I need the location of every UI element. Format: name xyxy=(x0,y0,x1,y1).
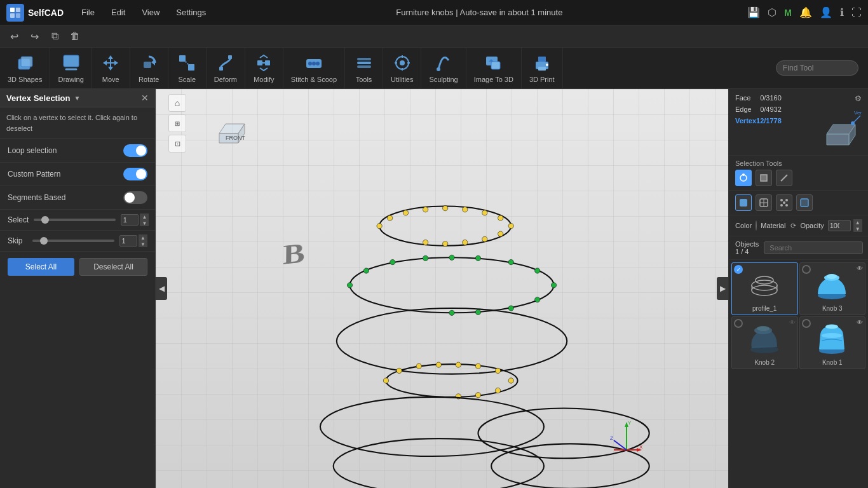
sel-face-icon[interactable] xyxy=(756,170,772,186)
panel-description: Click on a vertex to select it. Click ag… xyxy=(0,107,155,139)
select-stepper[interactable]: ▲ ▼ xyxy=(140,214,149,226)
select-up[interactable]: ▲ xyxy=(140,214,149,220)
objects-header: Objects 1 / 4 ⚙ xyxy=(729,236,868,260)
tool-sculpting[interactable]: Sculpting xyxy=(421,48,466,88)
object-name-knob2: Knob 2 xyxy=(754,359,775,366)
save-icon[interactable]: 💾 xyxy=(747,6,760,18)
svg-point-70 xyxy=(475,309,480,315)
select-all-button[interactable]: Select All xyxy=(8,258,74,276)
svg-point-50 xyxy=(482,210,487,215)
delete-button[interactable]: 🗑 xyxy=(66,27,84,45)
skip-value-input[interactable] xyxy=(119,235,137,247)
object-item-knob1[interactable]: 👁 Knob 1 xyxy=(799,316,866,369)
custom-pattern-toggle[interactable] xyxy=(123,168,147,180)
skip-stepper[interactable]: ▲ ▼ xyxy=(139,234,147,247)
m-icon[interactable]: M xyxy=(784,8,792,18)
object-name-knob3: Knob 3 xyxy=(822,305,843,312)
view-solid-icon[interactable] xyxy=(735,194,752,211)
skip-down[interactable]: ▼ xyxy=(139,241,147,247)
vertex-label: Vertex xyxy=(735,117,756,125)
share-icon[interactable]: ⬡ xyxy=(768,6,776,18)
tool-utilities[interactable]: Utilities xyxy=(383,48,421,88)
duplicate-button[interactable]: ⧉ xyxy=(46,27,64,45)
home-view-button[interactable]: ⌂ xyxy=(168,94,186,112)
sculpting-icon xyxy=(433,53,454,73)
tool-tools[interactable]: Tools xyxy=(345,48,383,88)
undo-button[interactable]: ↩ xyxy=(5,27,23,45)
view-xray-icon[interactable] xyxy=(796,194,813,211)
tool-modify[interactable]: Modify xyxy=(245,48,283,88)
opacity-down[interactable]: ▼ xyxy=(853,226,862,232)
svg-rect-5 xyxy=(21,57,32,67)
sel-vertex-icon[interactable] xyxy=(735,170,752,186)
tool-stitch-scoop[interactable]: Stitch & Scoop xyxy=(283,48,345,88)
select-slider[interactable] xyxy=(34,219,116,221)
find-tool-input[interactable] xyxy=(776,60,858,76)
menu-view[interactable]: View xyxy=(137,5,165,20)
deform-icon xyxy=(215,53,236,73)
opacity-stepper[interactable]: ▲ ▼ xyxy=(853,219,862,232)
object-item-profile1[interactable]: ✓ profile_1 xyxy=(731,262,798,315)
opacity-input[interactable] xyxy=(828,220,851,231)
panel-close-button[interactable]: ✕ xyxy=(141,93,149,103)
object-eye-knob3[interactable]: 👁 xyxy=(857,265,863,272)
right-panel-settings-icon[interactable]: ⚙ xyxy=(855,94,862,103)
tools-icon xyxy=(354,53,374,73)
tool-image-to-3d[interactable]: Image To 3D xyxy=(466,48,522,88)
svg-point-69 xyxy=(508,306,513,311)
object-eye-knob2[interactable]: 👁 xyxy=(789,319,796,326)
color-swatch[interactable] xyxy=(756,220,757,231)
material-icon[interactable]: ⟳ xyxy=(790,222,796,230)
menu-settings[interactable]: Settings xyxy=(171,5,211,20)
user-icon[interactable]: 👤 xyxy=(820,6,832,18)
center-title: Furniture knobs | Auto-save in about 1 m… xyxy=(217,8,741,17)
loop-selection-toggle[interactable] xyxy=(123,144,147,157)
object-item-knob2[interactable]: 👁 Knob 2 xyxy=(731,316,798,369)
grid-toggle-button[interactable]: ⊞ xyxy=(168,114,186,132)
menu-edit[interactable]: Edit xyxy=(106,5,130,20)
viewport[interactable]: ◀ ▶ ⌂ ⊞ ⊡ FRONT B xyxy=(156,89,728,488)
tool-stitch-scoop-label: Stitch & Scoop xyxy=(291,76,337,83)
tool-utilities-label: Utilities xyxy=(391,76,413,83)
tool-3d-print[interactable]: 3D Print xyxy=(522,48,563,88)
select-down[interactable]: ▼ xyxy=(140,220,149,226)
svg-point-111 xyxy=(780,199,783,201)
svg-rect-17 xyxy=(265,60,270,65)
deselect-all-button[interactable]: Deselect All xyxy=(79,258,147,276)
svg-rect-16 xyxy=(257,60,262,65)
right-top: Face 0/3160 Edge 0/4932 Vertex 12/1778 ⚙ xyxy=(729,89,868,156)
view-points-icon[interactable] xyxy=(776,194,792,211)
opacity-up[interactable]: ▲ xyxy=(853,219,862,226)
tool-move[interactable]: Move xyxy=(92,48,130,88)
object-item-knob3[interactable]: 👁 Knob 3 xyxy=(799,262,866,315)
objects-title: Objects 1 / 4 xyxy=(735,240,759,255)
panel-dropdown-icon[interactable]: ▼ xyxy=(74,95,80,102)
tool-rotate[interactable]: Rotate xyxy=(130,48,168,88)
redo-button[interactable]: ↪ xyxy=(25,27,43,45)
logo-icon xyxy=(6,4,24,22)
svg-marker-9 xyxy=(151,59,155,65)
info-icon[interactable]: ℹ xyxy=(840,6,844,18)
sel-edge-icon[interactable] xyxy=(776,170,792,186)
notification-icon[interactable]: 🔔 xyxy=(799,6,812,18)
tool-deform[interactable]: Deform xyxy=(207,48,245,88)
edge-row: Edge 0/4932 xyxy=(735,105,782,113)
menu-file[interactable]: File xyxy=(76,5,100,20)
segments-based-toggle[interactable] xyxy=(123,191,147,204)
tool-drawing[interactable]: Drawing xyxy=(50,48,92,88)
objects-search-input[interactable] xyxy=(764,241,863,254)
zoom-fit-button[interactable]: ⊡ xyxy=(168,135,186,152)
fullscreen-icon[interactable]: ⛶ xyxy=(851,7,862,18)
tool-scale[interactable]: Scale xyxy=(168,48,207,88)
object-eye-knob1[interactable]: 👁 xyxy=(857,319,863,326)
svg-point-27 xyxy=(400,60,405,65)
object-uncheck-knob3 xyxy=(802,265,811,274)
select-value-input[interactable] xyxy=(121,214,139,226)
tool-3d-shapes[interactable]: 3D Shapes xyxy=(0,48,50,88)
logo[interactable]: SelfCAD xyxy=(6,4,64,22)
skip-up[interactable]: ▲ xyxy=(139,234,147,241)
tool-move-label: Move xyxy=(102,76,119,83)
skip-slider[interactable] xyxy=(32,240,114,242)
view-wire-icon[interactable] xyxy=(756,194,772,211)
svg-point-46 xyxy=(403,210,408,215)
